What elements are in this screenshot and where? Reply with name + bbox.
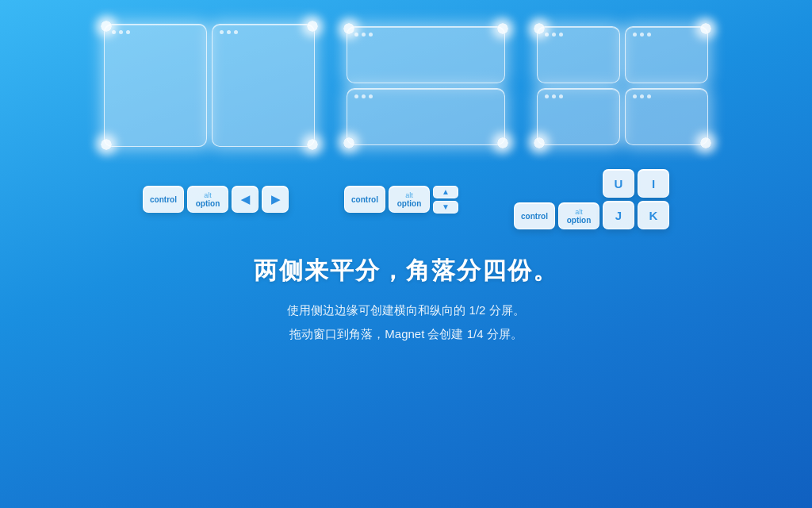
- shortcut-up-down: control alt option ▲ ▼: [344, 186, 458, 214]
- left-half-window: [104, 24, 207, 147]
- shortcut-uijk: control alt option U I J K: [514, 169, 669, 229]
- window-group-quarters: [537, 26, 708, 145]
- top-half-window: [347, 26, 505, 83]
- control-key-1: control: [143, 186, 184, 213]
- bottom-half-window: [347, 88, 505, 145]
- window-group-halves: [104, 24, 315, 147]
- option-key-3: alt option: [558, 202, 599, 229]
- arrow-down-key: ▼: [433, 201, 458, 214]
- arrow-right-key: ▶: [262, 186, 289, 213]
- quarter-window-tl: [537, 26, 620, 83]
- quarter-window-br: [625, 88, 708, 145]
- windows-illustration-row: [104, 24, 708, 147]
- window-group-top-bottom: [347, 26, 505, 145]
- shortcut-left-right: control alt option ◀ ▶: [143, 186, 289, 213]
- control-key-2: control: [344, 186, 385, 213]
- description-section: 两侧来平分，角落分四份。 使用侧边边缘可创建横向和纵向的 1/2 分屏。 拖动窗…: [254, 255, 558, 346]
- control-option-group-3: control alt option: [514, 202, 599, 229]
- sub-description: 使用侧边边缘可创建横向和纵向的 1/2 分屏。 拖动窗口到角落，Magnet 会…: [254, 298, 558, 346]
- option-key-2: alt option: [389, 186, 430, 213]
- quarter-window-bl: [537, 88, 620, 145]
- u-key: U: [603, 169, 634, 198]
- keyboard-shortcuts-row: control alt option ◀ ▶ control alt optio…: [143, 169, 669, 229]
- option-key-1: alt option: [187, 186, 228, 213]
- arrow-left-key: ◀: [232, 186, 259, 213]
- arrow-up-key: ▲: [433, 186, 458, 198]
- arrows-vertical: ▲ ▼: [433, 186, 458, 214]
- sub-line-1: 使用侧边边缘可创建横向和纵向的 1/2 分屏。: [287, 303, 524, 317]
- sub-line-2: 拖动窗口到角落，Magnet 会创建 1/4 分屏。: [289, 327, 522, 341]
- quarter-window-tr: [625, 26, 708, 83]
- i-key: I: [638, 169, 669, 198]
- uijk-keys: U I J K: [603, 169, 669, 229]
- control-key-3: control: [514, 202, 555, 229]
- right-half-window: [212, 24, 315, 147]
- main-title: 两侧来平分，角落分四份。: [254, 255, 558, 287]
- j-key: J: [603, 201, 634, 229]
- k-key: K: [638, 201, 669, 229]
